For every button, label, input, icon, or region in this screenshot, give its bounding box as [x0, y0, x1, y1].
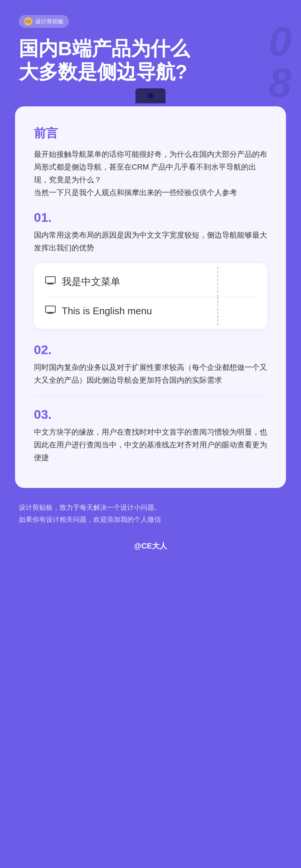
clipboard-clip — [135, 88, 166, 103]
svg-rect-2 — [47, 284, 54, 285]
tag-badge: CE 设计剪切板 — [19, 15, 69, 28]
menu-item-english: This is English menu — [45, 297, 256, 325]
svg-rect-0 — [46, 277, 55, 283]
menu-icon-2 — [45, 306, 56, 316]
section02-number: 02. — [34, 342, 267, 357]
dashed-line-2 — [217, 297, 218, 325]
clipboard-clip-inner — [148, 93, 153, 98]
content-card: 前言 最开始接触导航菜单的话你可能很好奇，为什么在国内大部分产品的布局形式都是侧… — [15, 106, 286, 488]
dashed-line — [217, 267, 218, 297]
menu-text-english: This is English menu — [62, 305, 152, 317]
title-line2: 大多数是侧边导航? — [19, 60, 282, 83]
menu-icon-1 — [45, 276, 56, 287]
section02-desc: 同时国内复杂的业务以及对于扩展性要求较高（每个企业都想做一个又大又全的产品）因此… — [34, 361, 267, 386]
footer-handle: @CE大人 — [19, 533, 282, 562]
title-line1: 国内B端产品为什么 — [19, 37, 282, 60]
footer-area: 设计剪贴板，致力于每天解决一个设计小问题。 如果你有设计相关问题，欢迎添加我的个… — [15, 488, 286, 562]
tag-icon: CE — [24, 17, 32, 26]
header-area: CE 设计剪切板 08 国内B端产品为什么 大多数是侧边导航? — [0, 0, 301, 84]
svg-rect-5 — [47, 313, 54, 314]
tag-label: 设计剪切板 — [35, 18, 64, 25]
section03-number: 03. — [34, 407, 267, 422]
preface-body: 最开始接触导航菜单的话你可能很好奇，为什么在国内大部分产品的布局形式都是侧边导航… — [34, 148, 267, 199]
menu-text-chinese: 我是中文菜单 — [62, 275, 120, 288]
footer-text: 设计剪贴板，致力于每天解决一个设计小问题。 如果你有设计相关问题，欢迎添加我的个… — [19, 501, 282, 526]
svg-rect-3 — [46, 306, 55, 312]
menu-demo-box: 我是中文菜单 This is English menu — [34, 263, 267, 329]
menu-item-chinese: 我是中文菜单 — [45, 267, 256, 297]
section01-desc: 国内常用这类布局的原因是因为中文文字宽度较短，侧边导航能够最大发挥出我们的优势 — [34, 229, 267, 254]
section-divider-1 — [34, 395, 267, 396]
main-title: 国内B端产品为什么 大多数是侧边导航? — [19, 37, 282, 84]
section01-number: 01. — [34, 210, 267, 225]
preface-title: 前言 — [34, 125, 267, 142]
section03-desc: 中文方块字的缘故，用户在查找时对中文首字的查阅习惯较为明显，也因此在用户进行查阅… — [34, 426, 267, 464]
